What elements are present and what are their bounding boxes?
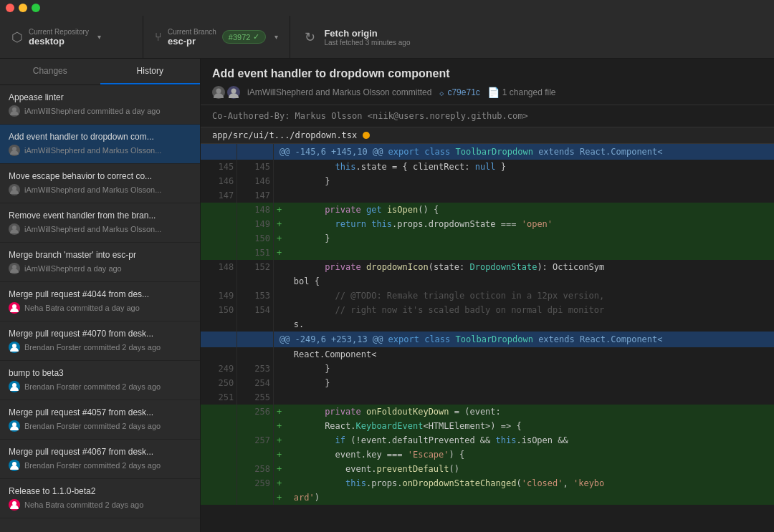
pr-number: #3972 bbox=[229, 33, 251, 42]
list-item[interactable]: Merge branch 'master' into esc-pr iAmWil… bbox=[0, 243, 200, 282]
commit-hash: ⬦ c79e71c bbox=[439, 87, 479, 98]
diff-hunk: @@ -249,6 +253,13 @@ export class Toolba… bbox=[201, 332, 774, 347]
table-row: 149 153 // @TODO: Remake triangle octico… bbox=[201, 289, 774, 303]
author-avatar bbox=[212, 86, 225, 99]
list-item[interactable]: Merge pull request #4067 from desk... Br… bbox=[0, 440, 200, 479]
list-item[interactable]: Move escape behavior to correct co... iA… bbox=[0, 164, 200, 203]
list-item[interactable]: Merge pull request #4070 from desk... Br… bbox=[0, 321, 200, 361]
table-row: 150 + } bbox=[201, 231, 774, 246]
pr-badge: #3972 ✓ bbox=[222, 30, 267, 44]
table-row: 256 + private onFoldoutKeyDown = (event: bbox=[201, 405, 774, 419]
content-area: Changes History Appease linter iAmWillSh… bbox=[0, 59, 774, 532]
diff-container[interactable]: @@ -145,6 +145,10 @@ export class Toolba… bbox=[201, 144, 774, 532]
pr-check-icon: ✓ bbox=[253, 32, 259, 42]
table-row: s. bbox=[201, 317, 774, 332]
repository-selector[interactable]: ⬡ Current Repository desktop ▾ bbox=[0, 16, 143, 58]
commit-title: Add event handler to dropdown component bbox=[212, 67, 763, 80]
minimize-button[interactable] bbox=[19, 4, 27, 12]
branch-icon: ⑂ bbox=[155, 31, 162, 44]
avatar bbox=[9, 460, 20, 471]
table-row: React.Component< bbox=[201, 347, 774, 362]
table-row: 251 255 bbox=[201, 390, 774, 405]
co-author-line: Co-Authored-By: Markus Olsson <niik@user… bbox=[212, 111, 528, 121]
main-panel: Add event handler to dropdown component … bbox=[201, 59, 774, 532]
commit-message: Co-Authored-By: Markus Olsson <niik@user… bbox=[201, 105, 774, 127]
sidebar-tabs: Changes History bbox=[0, 59, 200, 85]
coauthor-avatar bbox=[227, 86, 240, 99]
file-icon: 📄 bbox=[487, 87, 500, 98]
sidebar: Changes History Appease linter iAmWillSh… bbox=[0, 59, 201, 532]
list-item[interactable]: Appease linter iAmWillShepherd committed… bbox=[0, 85, 200, 125]
hash-value: c79e71c bbox=[447, 87, 479, 97]
list-item[interactable]: Add event handler to dropdown com... iAm… bbox=[0, 125, 200, 164]
toolbar: ⬡ Current Repository desktop ▾ ⑂ Current… bbox=[0, 16, 774, 59]
table-row: 258 + event.preventDefault() bbox=[201, 462, 774, 476]
diff-table: @@ -145,6 +145,10 @@ export class Toolba… bbox=[201, 144, 774, 505]
table-row: 146 146 } bbox=[201, 174, 774, 188]
titlebar bbox=[0, 0, 774, 16]
table-row: 151 + bbox=[201, 246, 774, 260]
avatar bbox=[9, 145, 20, 156]
avatar bbox=[9, 420, 20, 432]
list-item[interactable]: bump to beta3 Brendan Forster committed … bbox=[0, 361, 200, 400]
table-row: 148 152 private dropdownIcon(state: Drop… bbox=[201, 260, 774, 274]
table-row: 148 + private get isOpen() { bbox=[201, 203, 774, 217]
table-row: + ard') bbox=[201, 490, 774, 505]
avatar bbox=[9, 302, 20, 314]
tab-history[interactable]: History bbox=[100, 59, 201, 84]
tab-changes[interactable]: Changes bbox=[0, 59, 100, 84]
table-row: 257 + if (!event.defaultPrevented && thi… bbox=[201, 433, 774, 448]
commit-meta: iAmWillShepherd and Markus Olsson commit… bbox=[212, 86, 763, 99]
avatar bbox=[9, 499, 20, 511]
fullscreen-button[interactable] bbox=[32, 4, 40, 12]
changed-files: 📄 1 changed file bbox=[487, 87, 556, 98]
commit-authors: iAmWillShepherd and Markus Olsson commit… bbox=[247, 87, 431, 97]
svg-point-12 bbox=[231, 89, 236, 94]
commit-header: Add event handler to dropdown component … bbox=[201, 59, 774, 105]
table-row: 149 + return this.props.dropdownState ==… bbox=[201, 217, 774, 231]
svg-point-11 bbox=[216, 89, 221, 94]
repo-chevron-icon: ▾ bbox=[97, 33, 101, 41]
branch-label: Current Branch bbox=[168, 28, 216, 36]
table-row: 147 147 bbox=[201, 188, 774, 203]
fetch-subtitle: Last fetched 3 minutes ago bbox=[324, 39, 410, 47]
fetch-icon: ↻ bbox=[305, 29, 315, 45]
repo-label: Current Repository bbox=[29, 28, 89, 36]
hash-dot-icon: ⬦ bbox=[439, 87, 444, 98]
table-row: 249 253 } bbox=[201, 362, 774, 376]
table-row: + React.KeyboardEvent<HTMLElement>) => { bbox=[201, 419, 774, 433]
table-row: 150 154 // right now it's scaled badly o… bbox=[201, 303, 774, 317]
close-button[interactable] bbox=[6, 4, 14, 12]
branch-chevron-icon: ▾ bbox=[274, 33, 278, 41]
avatar bbox=[9, 263, 20, 274]
table-row: 250 254 } bbox=[201, 376, 774, 390]
list-item[interactable]: Merge pull request #4044 from des... Neh… bbox=[0, 282, 200, 321]
avatar bbox=[9, 105, 20, 117]
avatar bbox=[9, 381, 20, 392]
branch-name: esc-pr bbox=[168, 36, 216, 47]
file-modified-dot bbox=[363, 132, 370, 139]
file-path-bar: app/src/ui/t.../dropdown.tsx bbox=[201, 127, 774, 144]
repo-icon: ⬡ bbox=[11, 29, 23, 45]
traffic-lights bbox=[6, 4, 40, 12]
file-path: app/src/ui/t.../dropdown.tsx bbox=[212, 130, 357, 140]
commit-list: Appease linter iAmWillShepherd committed… bbox=[0, 85, 200, 532]
fetch-origin-button[interactable]: ↻ Fetch origin Last fetched 3 minutes ag… bbox=[290, 16, 774, 58]
avatar bbox=[9, 184, 20, 195]
repo-name: desktop bbox=[29, 36, 89, 47]
table-row: + event.key === 'Escape') { bbox=[201, 448, 774, 462]
changed-files-count: 1 changed file bbox=[502, 87, 556, 97]
list-item[interactable]: Release to 1.1.0-beta2 Neha Batra commit… bbox=[0, 479, 200, 518]
fetch-title: Fetch origin bbox=[324, 28, 410, 39]
table-row: bol { bbox=[201, 274, 774, 289]
table-row: 145 145 this.state = { clientRect: null … bbox=[201, 160, 774, 174]
table-row: 259 + this.props.onDropdownStateChanged(… bbox=[201, 476, 774, 490]
branch-selector[interactable]: ⑂ Current Branch esc-pr #3972 ✓ ▾ bbox=[143, 16, 290, 58]
diff-hunk: @@ -145,6 +145,10 @@ export class Toolba… bbox=[201, 144, 774, 160]
list-item[interactable]: Remove event handler from the bran... iA… bbox=[0, 203, 200, 243]
avatar bbox=[9, 223, 20, 235]
list-item[interactable]: Merge pull request #4057 from desk... Br… bbox=[0, 400, 200, 440]
avatar bbox=[9, 342, 20, 353]
